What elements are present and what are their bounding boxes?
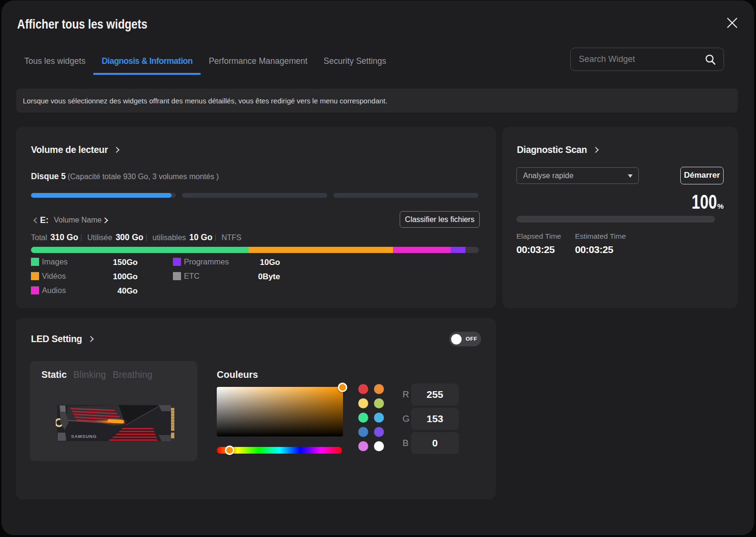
svg-text:SAMSUNG: SAMSUNG (71, 434, 97, 439)
